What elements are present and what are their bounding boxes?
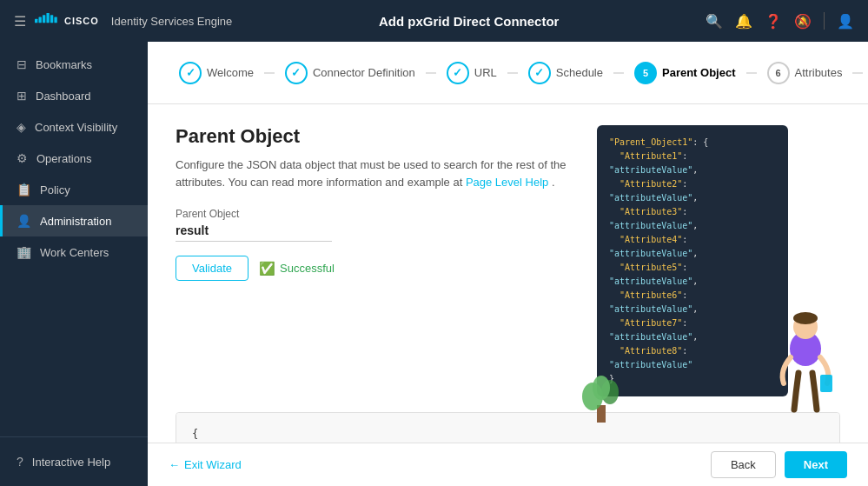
policy-icon: 📋	[17, 183, 31, 196]
step-label-connector: Connector Definition	[313, 66, 415, 79]
step-connector-3	[507, 72, 518, 74]
step-circle-5: 5	[634, 62, 657, 84]
step-connector-1	[264, 72, 275, 74]
step-circle-3: ✓	[447, 62, 469, 84]
sidebar-label-administration: Administration	[40, 215, 111, 228]
menu-icon[interactable]: ☰	[14, 13, 26, 30]
validate-row: Validate ✅ Successful	[176, 256, 569, 281]
step-attributes[interactable]: 6 Attributes	[757, 62, 853, 84]
illustration-person	[758, 310, 853, 423]
step-connector-2	[426, 72, 436, 74]
next-button[interactable]: Next	[785, 451, 847, 478]
svg-rect-5	[54, 17, 56, 23]
app-name: Identity Services Engine	[111, 15, 232, 28]
svg-point-8	[793, 312, 818, 324]
step-url[interactable]: ✓ URL	[436, 62, 507, 84]
field-label-parent-object: Parent Object	[176, 208, 569, 220]
svg-rect-9	[820, 375, 832, 392]
json-illustration: "Parent_Object1": { "Attribute1": "attri…	[597, 125, 840, 396]
sidebar-item-dashboard[interactable]: ⊞ Dashboard	[0, 80, 148, 111]
page-description: Configure the JSON data object that must…	[176, 156, 569, 190]
step-label-schedule: Schedule	[556, 66, 603, 79]
step-connector-5	[746, 72, 757, 74]
sidebar-item-context-visibility[interactable]: ◈ Context Visibility	[0, 111, 148, 143]
sidebar-item-interactive-help[interactable]: ? Interactive Help	[0, 446, 148, 477]
success-icon: ✅	[259, 261, 275, 276]
footer: ← Exit Wizard Back Next	[148, 443, 868, 486]
alarm-icon[interactable]: 🔕	[794, 13, 812, 30]
page-title: Add pxGrid Direct Connector	[232, 14, 706, 29]
footer-nav-buttons: Back Next	[711, 451, 847, 478]
dashboard-icon: ⊞	[17, 89, 27, 103]
exit-wizard-label: Exit Wizard	[184, 458, 242, 471]
sidebar-label-policy: Policy	[40, 183, 70, 196]
administration-icon: 👤	[17, 214, 31, 228]
svg-rect-4	[50, 15, 53, 23]
top-nav-actions: 🔍 🔔 ❓ 🔕 👤	[706, 12, 854, 30]
nav-divider	[824, 12, 825, 30]
sidebar-item-bookmarks[interactable]: ⊟ Bookmarks	[0, 49, 148, 80]
step-label-parent: Parent Object	[662, 66, 736, 79]
validation-status-text: Successful	[280, 262, 335, 275]
cisco-logo: CISCO	[35, 13, 99, 29]
user-icon[interactable]: 👤	[837, 13, 854, 30]
page-level-help-link[interactable]: Page Level Help	[466, 176, 548, 189]
step-circle-2: ✓	[285, 62, 308, 84]
search-icon[interactable]: 🔍	[706, 13, 723, 30]
help-icon[interactable]: ❓	[765, 13, 782, 30]
step-schedule[interactable]: ✓ Schedule	[518, 62, 613, 84]
step-parent-object[interactable]: 5 Parent Object	[624, 62, 746, 84]
svg-rect-2	[43, 15, 45, 23]
back-button[interactable]: Back	[711, 451, 776, 478]
operations-icon: ⚙	[17, 151, 28, 165]
step-label-url: URL	[474, 66, 497, 79]
top-nav: ☰ CISCO Identity Services Engine Add pxG…	[0, 0, 868, 42]
json-parent-key: "Parent_Object1"	[609, 137, 692, 147]
validation-status: ✅ Successful	[259, 261, 335, 276]
exit-wizard-icon: ←	[169, 458, 180, 471]
step-connector-4	[613, 72, 624, 74]
field-value-parent-object: result	[176, 223, 332, 242]
cisco-text: CISCO	[64, 16, 99, 26]
work-centers-icon: 🏢	[17, 245, 31, 259]
interactive-help-icon: ?	[17, 455, 23, 469]
bell-icon[interactable]: 🔔	[735, 13, 752, 30]
page-heading: Parent Object	[176, 125, 569, 148]
sidebar-label-help: Interactive Help	[32, 456, 110, 469]
sidebar-label-context: Context Visibility	[35, 121, 117, 134]
context-visibility-icon: ◈	[17, 120, 26, 134]
code-block[interactable]: { "asset": "Unknown", "asset_tag": "", "…	[176, 412, 840, 443]
step-circle-4: ✓	[528, 62, 551, 84]
sidebar-label-bookmarks: Bookmarks	[36, 58, 92, 71]
exit-wizard-button[interactable]: ← Exit Wizard	[169, 458, 242, 471]
sidebar-label-work-centers: Work Centers	[40, 246, 109, 259]
main-content: ✓ Welcome ✓ Connector Definition ✓ URL ✓…	[148, 42, 868, 486]
step-circle-1: ✓	[179, 62, 202, 84]
sidebar: ⊟ Bookmarks ⊞ Dashboard ◈ Context Visibi…	[0, 42, 148, 486]
sidebar-item-administration[interactable]: 👤 Administration	[0, 205, 148, 236]
step-label-attributes: Attributes	[795, 66, 843, 79]
illustration-plant	[580, 370, 623, 423]
step-label-welcome: Welcome	[207, 66, 254, 79]
svg-rect-0	[35, 19, 37, 23]
sidebar-item-work-centers[interactable]: 🏢 Work Centers	[0, 236, 148, 268]
step-identifiers[interactable]: 7 Identifiers	[863, 62, 868, 84]
svg-point-13	[593, 376, 610, 400]
bookmarks-icon: ⊟	[17, 57, 27, 71]
validate-button[interactable]: Validate	[176, 256, 248, 281]
svg-rect-3	[46, 13, 49, 23]
sidebar-item-operations[interactable]: ⚙ Operations	[0, 143, 148, 174]
sidebar-label-operations: Operations	[36, 152, 92, 165]
step-connector-6	[852, 72, 863, 74]
page-content-area: Parent Object Configure the JSON data ob…	[148, 104, 868, 443]
step-welcome[interactable]: ✓ Welcome	[169, 62, 264, 84]
sidebar-item-policy[interactable]: 📋 Policy	[0, 174, 148, 205]
sidebar-label-dashboard: Dashboard	[36, 90, 91, 103]
wizard-steps: ✓ Welcome ✓ Connector Definition ✓ URL ✓…	[148, 42, 868, 104]
svg-rect-1	[38, 17, 41, 23]
step-connector-definition[interactable]: ✓ Connector Definition	[275, 62, 426, 84]
step-circle-6: 6	[767, 62, 790, 84]
